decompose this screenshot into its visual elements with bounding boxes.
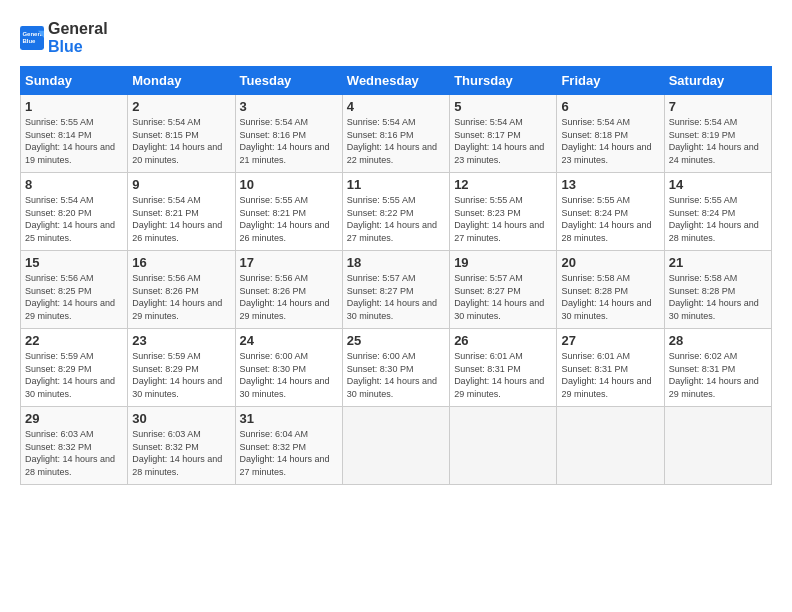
day-number: 28 bbox=[669, 333, 767, 348]
day-info: Sunrise: 5:55 AM Sunset: 8:14 PM Dayligh… bbox=[25, 116, 123, 166]
day-number: 10 bbox=[240, 177, 338, 192]
day-number: 29 bbox=[25, 411, 123, 426]
day-header-monday: Monday bbox=[128, 67, 235, 95]
calendar-week-5: 29Sunrise: 6:03 AM Sunset: 8:32 PM Dayli… bbox=[21, 407, 772, 485]
calendar-cell: 24Sunrise: 6:00 AM Sunset: 8:30 PM Dayli… bbox=[235, 329, 342, 407]
day-header-tuesday: Tuesday bbox=[235, 67, 342, 95]
day-number: 8 bbox=[25, 177, 123, 192]
day-number: 25 bbox=[347, 333, 445, 348]
day-header-thursday: Thursday bbox=[450, 67, 557, 95]
day-number: 27 bbox=[561, 333, 659, 348]
calendar-cell: 12Sunrise: 5:55 AM Sunset: 8:23 PM Dayli… bbox=[450, 173, 557, 251]
day-info: Sunrise: 5:56 AM Sunset: 8:26 PM Dayligh… bbox=[132, 272, 230, 322]
day-number: 22 bbox=[25, 333, 123, 348]
day-info: Sunrise: 6:03 AM Sunset: 8:32 PM Dayligh… bbox=[132, 428, 230, 478]
calendar-cell: 20Sunrise: 5:58 AM Sunset: 8:28 PM Dayli… bbox=[557, 251, 664, 329]
calendar-cell bbox=[557, 407, 664, 485]
day-info: Sunrise: 6:01 AM Sunset: 8:31 PM Dayligh… bbox=[454, 350, 552, 400]
calendar-cell: 8Sunrise: 5:54 AM Sunset: 8:20 PM Daylig… bbox=[21, 173, 128, 251]
day-number: 6 bbox=[561, 99, 659, 114]
calendar-cell: 23Sunrise: 5:59 AM Sunset: 8:29 PM Dayli… bbox=[128, 329, 235, 407]
calendar-week-4: 22Sunrise: 5:59 AM Sunset: 8:29 PM Dayli… bbox=[21, 329, 772, 407]
calendar-cell bbox=[450, 407, 557, 485]
calendar-cell: 28Sunrise: 6:02 AM Sunset: 8:31 PM Dayli… bbox=[664, 329, 771, 407]
calendar-cell: 9Sunrise: 5:54 AM Sunset: 8:21 PM Daylig… bbox=[128, 173, 235, 251]
calendar-cell bbox=[342, 407, 449, 485]
calendar-cell: 30Sunrise: 6:03 AM Sunset: 8:32 PM Dayli… bbox=[128, 407, 235, 485]
calendar-table: SundayMondayTuesdayWednesdayThursdayFrid… bbox=[20, 66, 772, 485]
calendar-cell: 26Sunrise: 6:01 AM Sunset: 8:31 PM Dayli… bbox=[450, 329, 557, 407]
day-number: 1 bbox=[25, 99, 123, 114]
calendar-cell: 21Sunrise: 5:58 AM Sunset: 8:28 PM Dayli… bbox=[664, 251, 771, 329]
calendar-week-2: 8Sunrise: 5:54 AM Sunset: 8:20 PM Daylig… bbox=[21, 173, 772, 251]
day-number: 5 bbox=[454, 99, 552, 114]
logo: General Blue General Blue bbox=[20, 20, 108, 56]
day-info: Sunrise: 5:58 AM Sunset: 8:28 PM Dayligh… bbox=[669, 272, 767, 322]
day-info: Sunrise: 5:54 AM Sunset: 8:19 PM Dayligh… bbox=[669, 116, 767, 166]
calendar-cell: 25Sunrise: 6:00 AM Sunset: 8:30 PM Dayli… bbox=[342, 329, 449, 407]
day-number: 30 bbox=[132, 411, 230, 426]
calendar-cell: 19Sunrise: 5:57 AM Sunset: 8:27 PM Dayli… bbox=[450, 251, 557, 329]
day-info: Sunrise: 6:00 AM Sunset: 8:30 PM Dayligh… bbox=[347, 350, 445, 400]
calendar-cell: 11Sunrise: 5:55 AM Sunset: 8:22 PM Dayli… bbox=[342, 173, 449, 251]
day-header-saturday: Saturday bbox=[664, 67, 771, 95]
calendar-cell: 17Sunrise: 5:56 AM Sunset: 8:26 PM Dayli… bbox=[235, 251, 342, 329]
calendar-cell: 18Sunrise: 5:57 AM Sunset: 8:27 PM Dayli… bbox=[342, 251, 449, 329]
day-info: Sunrise: 6:00 AM Sunset: 8:30 PM Dayligh… bbox=[240, 350, 338, 400]
day-number: 23 bbox=[132, 333, 230, 348]
calendar-cell: 3Sunrise: 5:54 AM Sunset: 8:16 PM Daylig… bbox=[235, 95, 342, 173]
day-info: Sunrise: 5:59 AM Sunset: 8:29 PM Dayligh… bbox=[25, 350, 123, 400]
logo-text: General Blue bbox=[48, 20, 108, 56]
day-number: 26 bbox=[454, 333, 552, 348]
day-info: Sunrise: 5:54 AM Sunset: 8:18 PM Dayligh… bbox=[561, 116, 659, 166]
calendar-cell: 1Sunrise: 5:55 AM Sunset: 8:14 PM Daylig… bbox=[21, 95, 128, 173]
day-info: Sunrise: 5:54 AM Sunset: 8:16 PM Dayligh… bbox=[240, 116, 338, 166]
day-number: 11 bbox=[347, 177, 445, 192]
calendar-cell: 16Sunrise: 5:56 AM Sunset: 8:26 PM Dayli… bbox=[128, 251, 235, 329]
day-number: 31 bbox=[240, 411, 338, 426]
day-number: 15 bbox=[25, 255, 123, 270]
logo-icon: General Blue bbox=[20, 26, 44, 50]
day-number: 17 bbox=[240, 255, 338, 270]
day-header-wednesday: Wednesday bbox=[342, 67, 449, 95]
day-info: Sunrise: 5:54 AM Sunset: 8:21 PM Dayligh… bbox=[132, 194, 230, 244]
page-header: General Blue General Blue bbox=[20, 20, 772, 56]
calendar-cell: 14Sunrise: 5:55 AM Sunset: 8:24 PM Dayli… bbox=[664, 173, 771, 251]
day-info: Sunrise: 6:02 AM Sunset: 8:31 PM Dayligh… bbox=[669, 350, 767, 400]
calendar-cell: 4Sunrise: 5:54 AM Sunset: 8:16 PM Daylig… bbox=[342, 95, 449, 173]
day-info: Sunrise: 5:55 AM Sunset: 8:22 PM Dayligh… bbox=[347, 194, 445, 244]
day-number: 12 bbox=[454, 177, 552, 192]
calendar-week-3: 15Sunrise: 5:56 AM Sunset: 8:25 PM Dayli… bbox=[21, 251, 772, 329]
day-header-friday: Friday bbox=[557, 67, 664, 95]
day-number: 9 bbox=[132, 177, 230, 192]
day-number: 24 bbox=[240, 333, 338, 348]
calendar-week-1: 1Sunrise: 5:55 AM Sunset: 8:14 PM Daylig… bbox=[21, 95, 772, 173]
day-number: 14 bbox=[669, 177, 767, 192]
calendar-header-row: SundayMondayTuesdayWednesdayThursdayFrid… bbox=[21, 67, 772, 95]
day-info: Sunrise: 5:54 AM Sunset: 8:20 PM Dayligh… bbox=[25, 194, 123, 244]
day-number: 3 bbox=[240, 99, 338, 114]
day-info: Sunrise: 5:54 AM Sunset: 8:15 PM Dayligh… bbox=[132, 116, 230, 166]
calendar-cell bbox=[664, 407, 771, 485]
day-number: 21 bbox=[669, 255, 767, 270]
day-info: Sunrise: 5:55 AM Sunset: 8:24 PM Dayligh… bbox=[561, 194, 659, 244]
day-info: Sunrise: 5:59 AM Sunset: 8:29 PM Dayligh… bbox=[132, 350, 230, 400]
day-info: Sunrise: 5:58 AM Sunset: 8:28 PM Dayligh… bbox=[561, 272, 659, 322]
day-info: Sunrise: 5:56 AM Sunset: 8:25 PM Dayligh… bbox=[25, 272, 123, 322]
day-number: 4 bbox=[347, 99, 445, 114]
calendar-cell: 2Sunrise: 5:54 AM Sunset: 8:15 PM Daylig… bbox=[128, 95, 235, 173]
calendar-cell: 31Sunrise: 6:04 AM Sunset: 8:32 PM Dayli… bbox=[235, 407, 342, 485]
calendar-cell: 6Sunrise: 5:54 AM Sunset: 8:18 PM Daylig… bbox=[557, 95, 664, 173]
calendar-cell: 27Sunrise: 6:01 AM Sunset: 8:31 PM Dayli… bbox=[557, 329, 664, 407]
day-info: Sunrise: 5:55 AM Sunset: 8:21 PM Dayligh… bbox=[240, 194, 338, 244]
calendar-cell: 13Sunrise: 5:55 AM Sunset: 8:24 PM Dayli… bbox=[557, 173, 664, 251]
day-number: 20 bbox=[561, 255, 659, 270]
day-info: Sunrise: 5:57 AM Sunset: 8:27 PM Dayligh… bbox=[454, 272, 552, 322]
calendar-cell: 15Sunrise: 5:56 AM Sunset: 8:25 PM Dayli… bbox=[21, 251, 128, 329]
calendar-cell: 5Sunrise: 5:54 AM Sunset: 8:17 PM Daylig… bbox=[450, 95, 557, 173]
calendar-cell: 29Sunrise: 6:03 AM Sunset: 8:32 PM Dayli… bbox=[21, 407, 128, 485]
day-info: Sunrise: 5:55 AM Sunset: 8:24 PM Dayligh… bbox=[669, 194, 767, 244]
day-info: Sunrise: 6:01 AM Sunset: 8:31 PM Dayligh… bbox=[561, 350, 659, 400]
calendar-cell: 10Sunrise: 5:55 AM Sunset: 8:21 PM Dayli… bbox=[235, 173, 342, 251]
day-number: 7 bbox=[669, 99, 767, 114]
